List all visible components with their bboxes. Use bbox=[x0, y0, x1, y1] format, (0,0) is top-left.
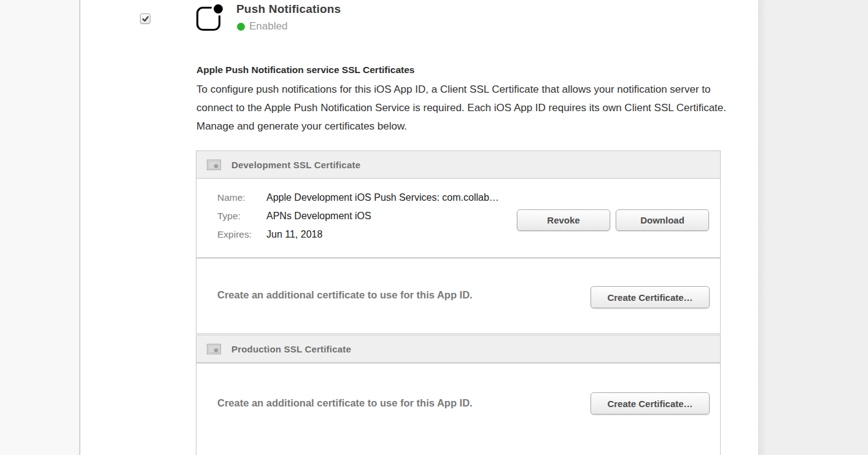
download-button[interactable]: Download bbox=[616, 209, 709, 231]
development-create-certificate-button[interactable]: Create Certificate… bbox=[591, 286, 710, 308]
push-notifications-settings-page: Push Notifications Enabled Apple Push No… bbox=[0, 0, 868, 455]
status-enabled-dot-icon bbox=[237, 23, 245, 31]
feature-status: Enabled bbox=[237, 20, 287, 33]
push-notifications-checkbox[interactable] bbox=[140, 14, 150, 24]
production-ssl-title: Production SSL Certificate bbox=[231, 344, 351, 354]
development-ssl-title: Development SSL Certificate bbox=[231, 160, 360, 170]
production-ssl-header: Production SSL Certificate bbox=[196, 335, 721, 363]
type-value: APNs Development iOS bbox=[266, 211, 371, 222]
left-gutter bbox=[0, 0, 80, 455]
feature-title: Push Notifications bbox=[236, 2, 341, 16]
production-create-certificate-button[interactable]: Create Certificate… bbox=[591, 392, 710, 414]
development-create-text: Create an additional certificate to use … bbox=[217, 289, 473, 301]
production-create-text: Create an additional certificate to use … bbox=[217, 397, 473, 409]
name-label: Name: bbox=[217, 192, 266, 203]
development-ssl-section: Development SSL Certificate Name: Apple … bbox=[196, 150, 721, 334]
production-ssl-section: Production SSL Certificate Create an add… bbox=[196, 335, 721, 455]
development-create-row: Create an additional certificate to use … bbox=[196, 258, 721, 334]
certificate-icon bbox=[207, 344, 221, 354]
development-ssl-header: Development SSL Certificate bbox=[196, 150, 721, 179]
right-gutter bbox=[758, 0, 868, 455]
certificate-name-row: Name: Apple Development iOS Push Service… bbox=[217, 192, 499, 203]
push-notifications-icon bbox=[195, 3, 224, 32]
certificate-icon bbox=[207, 160, 221, 170]
revoke-button[interactable]: Revoke bbox=[517, 209, 610, 231]
expires-value: Jun 11, 2018 bbox=[266, 229, 322, 240]
production-create-row: Create an additional certificate to use … bbox=[196, 363, 721, 455]
status-label: Enabled bbox=[249, 20, 287, 33]
certificate-expires-row: Expires: Jun 11, 2018 bbox=[217, 229, 322, 240]
checkmark-icon bbox=[142, 15, 149, 23]
name-value: Apple Development iOS Push Services: com… bbox=[266, 192, 499, 203]
expires-label: Expires: bbox=[217, 229, 266, 240]
development-certificate-details: Name: Apple Development iOS Push Service… bbox=[196, 179, 721, 258]
ssl-certificates-description: To configure push notifications for this… bbox=[196, 80, 744, 136]
ssl-certificates-heading: Apple Push Notification service SSL Cert… bbox=[196, 64, 414, 76]
certificate-type-row: Type: APNs Development iOS bbox=[217, 211, 371, 222]
type-label: Type: bbox=[217, 211, 266, 222]
